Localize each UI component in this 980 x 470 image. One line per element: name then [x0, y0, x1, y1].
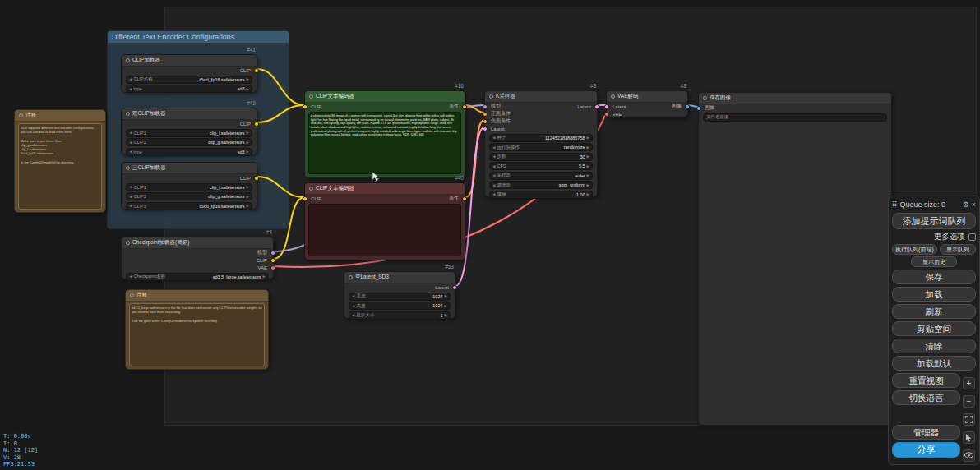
- arrow-left-icon[interactable]: ◀: [492, 164, 495, 168]
- arrow-left-icon[interactable]: ◀: [129, 77, 132, 81]
- control-after-generate-widget[interactable]: ◀运行后操作randomize▶: [489, 143, 593, 151]
- model-output-port[interactable]: [270, 251, 275, 256]
- arrow-right-icon[interactable]: ▶: [587, 164, 589, 168]
- node-header[interactable]: 三CLIP加载器: [122, 163, 257, 174]
- clip-output-port[interactable]: [254, 122, 259, 127]
- save-button[interactable]: 保存: [892, 270, 976, 284]
- sampler-widget[interactable]: ◀采样器euler▶: [489, 172, 593, 180]
- arrow-left-icon[interactable]: ◀: [129, 185, 132, 189]
- arrow-right-icon[interactable]: ▶: [247, 141, 249, 145]
- collapse-dot-icon[interactable]: [126, 58, 130, 62]
- node-header[interactable]: 注释: [126, 290, 268, 302]
- view-history-button[interactable]: 显示历史: [911, 256, 957, 267]
- queue-front-button[interactable]: 执行队列(前端): [892, 244, 937, 255]
- image-output-port[interactable]: [685, 104, 690, 109]
- clip-input-port[interactable]: [303, 196, 307, 201]
- collapse-dot-icon[interactable]: [489, 94, 493, 99]
- clip2-widget[interactable]: ◀CLIP2clip_g.safetensors▶: [126, 192, 252, 200]
- clip1-widget[interactable]: ◀CLIP1clip_l.safetensors▶: [126, 129, 252, 137]
- node-header[interactable]: 保存图像: [699, 93, 891, 104]
- vae-output-port[interactable]: [270, 265, 275, 270]
- reset-view-button[interactable]: 重置视图: [892, 373, 960, 388]
- arrow-left-icon[interactable]: ◀: [492, 145, 495, 150]
- arrow-left-icon[interactable]: ◀: [492, 136, 495, 140]
- view-queue-button[interactable]: 显示队列: [940, 244, 976, 255]
- arrow-left-icon[interactable]: ◀: [492, 154, 495, 159]
- checkpoint-loader-node[interactable]: #4 Checkpoint加载器(简易) 模型 CLIP VAE ◀Checkp…: [121, 237, 274, 279]
- vae-input-port[interactable]: [604, 112, 609, 117]
- menu-header[interactable]: ⠿ Queue size: 0 ⚙ ×: [892, 199, 976, 210]
- clip2-widget[interactable]: ◀CLIP2clip_g.safetensors▶: [126, 138, 252, 146]
- width-widget[interactable]: ◀宽度1024▶: [349, 293, 451, 301]
- arrow-left-icon[interactable]: ◀: [492, 192, 495, 196]
- save-image-node[interactable]: 保存图像 图像 文件名前缀: [698, 92, 892, 426]
- clip-output-port[interactable]: [270, 258, 275, 263]
- seed-widget[interactable]: ◀种子1124522838885758▶: [489, 134, 593, 142]
- arrow-left-icon[interactable]: ◀: [129, 274, 132, 279]
- node-header[interactable]: K采样器: [485, 91, 597, 103]
- select-cursor-icon[interactable]: [963, 431, 975, 444]
- zoom-out-icon[interactable]: −: [963, 395, 975, 408]
- settings-gear-icon[interactable]: ⚙: [963, 200, 969, 209]
- arrow-left-icon[interactable]: ◀: [492, 183, 495, 187]
- refresh-button[interactable]: 刷新: [892, 304, 976, 319]
- conditioning-output-port[interactable]: [462, 196, 467, 201]
- arrow-right-icon[interactable]: ▶: [587, 183, 589, 187]
- collapse-dot-icon[interactable]: [309, 94, 313, 99]
- clip-output-port[interactable]: [254, 68, 259, 73]
- arrow-left-icon[interactable]: ◀: [129, 87, 132, 91]
- note-text[interactable]: sd3.5_large.safetensors is the file that…: [129, 303, 265, 366]
- collapse-dot-icon[interactable]: [309, 187, 313, 191]
- image-input-port[interactable]: [696, 106, 701, 111]
- empty-latent-node[interactable]: #53 空Latent_SD3 Latent ◀宽度1024▶ ◀高度1024▶…: [344, 271, 455, 319]
- cfg-widget[interactable]: ◀CFG5.5▶: [489, 162, 593, 170]
- note-node-checkpoint[interactable]: 注释 sd3.5_large.safetensors is the file t…: [125, 289, 269, 370]
- dual-clip-loader-node[interactable]: #42 双CLIP加载器 CLIP ◀CLIP1clip_l.safetenso…: [121, 108, 257, 155]
- queue-prompt-button[interactable]: 添加提示词队列: [892, 213, 976, 229]
- arrow-right-icon[interactable]: ▶: [587, 136, 589, 140]
- extra-options-checkbox[interactable]: [968, 233, 976, 241]
- arrow-right-icon[interactable]: ▶: [587, 192, 589, 196]
- clipspace-button[interactable]: 剪贴空间: [892, 321, 976, 336]
- arrow-left-icon[interactable]: ◀: [129, 204, 132, 208]
- clear-button[interactable]: 清除: [892, 339, 976, 353]
- fit-view-icon[interactable]: [963, 413, 975, 426]
- clip-text-encode-positive-node[interactable]: #16 CLIP文本编码器 CLIP 条件 A photorealistic 8…: [304, 90, 465, 178]
- collapse-dot-icon[interactable]: [126, 112, 130, 116]
- clip-text-encode-negative-node[interactable]: #40 CLIP文本编码器 CLIP 条件: [304, 182, 465, 260]
- collapse-dot-icon[interactable]: [611, 94, 615, 99]
- node-header[interactable]: CLIP文本编码器: [305, 183, 465, 195]
- node-header[interactable]: 空Latent_SD3: [344, 272, 455, 283]
- share-button[interactable]: 分享: [892, 442, 960, 458]
- collapse-dot-icon[interactable]: [19, 113, 23, 118]
- arrow-right-icon[interactable]: ▶: [587, 154, 589, 159]
- collapse-dot-icon[interactable]: [126, 241, 130, 245]
- arrow-left-icon[interactable]: ◀: [129, 131, 132, 135]
- node-header[interactable]: CLIP加载器: [122, 55, 257, 67]
- clip-name-widget[interactable]: ◀CLIP名称t5xxl_fp16.safetensors▶: [126, 76, 252, 84]
- node-header[interactable]: Checkpoint加载器(简易): [122, 237, 273, 249]
- positive-input-port[interactable]: [483, 112, 488, 117]
- latent-input-port[interactable]: [483, 127, 488, 131]
- arrow-left-icon[interactable]: ◀: [129, 141, 132, 145]
- arrow-right-icon[interactable]: ▶: [247, 87, 249, 91]
- batch-size-widget[interactable]: ◀批次大小1▶: [349, 311, 451, 320]
- type-widget[interactable]: ◀typesd3▶: [126, 148, 252, 156]
- arrow-right-icon[interactable]: ▶: [445, 313, 447, 317]
- load-default-button[interactable]: 加载默认: [892, 356, 976, 371]
- arrow-right-icon[interactable]: ▶: [445, 294, 447, 298]
- clip3-widget[interactable]: ◀CLIP3t5xxl_fp16.safetensors▶: [126, 202, 252, 210]
- height-widget[interactable]: ◀高度1024▶: [349, 302, 451, 310]
- arrow-right-icon[interactable]: ▶: [247, 185, 249, 189]
- arrow-right-icon[interactable]: ▶: [263, 274, 266, 279]
- clip-output-port[interactable]: [254, 176, 259, 181]
- prompt-textarea[interactable]: [308, 204, 461, 256]
- arrow-left-icon[interactable]: ◀: [352, 304, 354, 308]
- node-header[interactable]: 注释: [15, 110, 105, 122]
- note-text[interactable]: SD3 supports different text encoder conf…: [18, 123, 102, 210]
- latent-output-port[interactable]: [594, 104, 599, 109]
- note-node-clip[interactable]: 注释 SD3 supports different text encoder c…: [14, 109, 106, 213]
- zoom-in-icon[interactable]: +: [963, 377, 975, 389]
- arrow-left-icon[interactable]: ◀: [129, 195, 132, 199]
- toggle-language-button[interactable]: 切换语言: [892, 390, 960, 405]
